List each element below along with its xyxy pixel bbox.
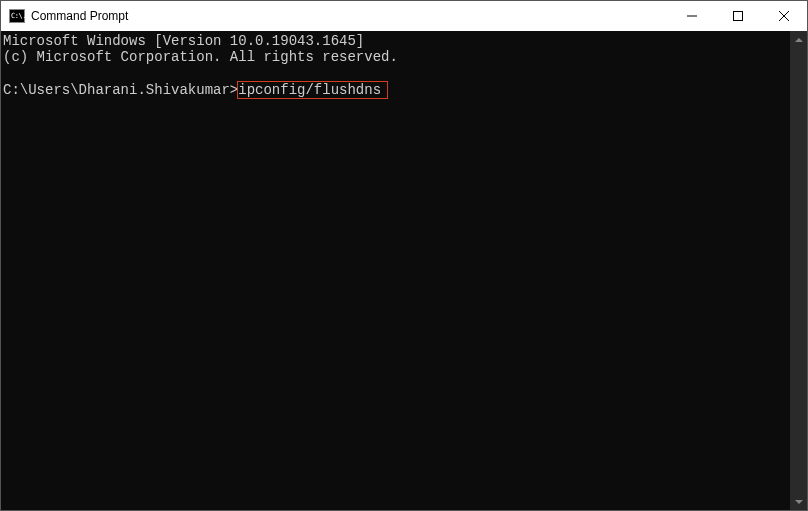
svg-rect-1 xyxy=(734,12,743,21)
maximize-button[interactable] xyxy=(715,1,761,31)
scroll-up-button[interactable] xyxy=(790,31,807,48)
app-icon: C:\. xyxy=(9,8,25,24)
chevron-up-icon xyxy=(795,38,803,42)
copyright-line: (c) Microsoft Corporation. All rights re… xyxy=(3,49,398,65)
vertical-scrollbar[interactable] xyxy=(790,31,807,510)
window-title: Command Prompt xyxy=(31,9,669,23)
cmd-icon: C:\. xyxy=(9,9,25,23)
svg-marker-4 xyxy=(795,38,803,42)
close-icon xyxy=(779,11,789,21)
command-prompt-window: C:\. Command Prompt Microsoft Windows [V… xyxy=(0,0,808,511)
close-button[interactable] xyxy=(761,1,807,31)
prompt-text: C:\Users\Dharani.Shivakumar> xyxy=(3,82,238,98)
cmd-icon-glyph: C:\. xyxy=(11,13,26,20)
terminal-container: Microsoft Windows [Version 10.0.19043.16… xyxy=(1,31,807,510)
minimize-button[interactable] xyxy=(669,1,715,31)
terminal-output[interactable]: Microsoft Windows [Version 10.0.19043.16… xyxy=(1,31,790,510)
window-controls xyxy=(669,1,807,31)
chevron-down-icon xyxy=(795,500,803,504)
command-text: ipconfig/flushdns xyxy=(238,82,381,98)
scroll-track[interactable] xyxy=(790,48,807,493)
titlebar[interactable]: C:\. Command Prompt xyxy=(1,1,807,31)
scroll-down-button[interactable] xyxy=(790,493,807,510)
svg-marker-5 xyxy=(795,500,803,504)
command-highlight: ipconfig/flushdns xyxy=(237,81,388,99)
version-line: Microsoft Windows [Version 10.0.19043.16… xyxy=(3,33,364,49)
minimize-icon xyxy=(687,11,697,21)
maximize-icon xyxy=(733,11,743,21)
